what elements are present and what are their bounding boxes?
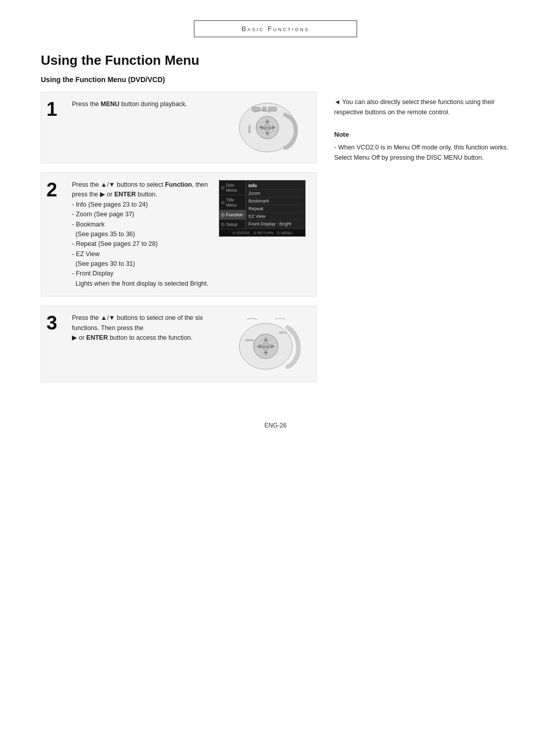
step-1-container: 1 Press the MENU button during playback. xyxy=(41,92,316,163)
disc-icon: ⊙ xyxy=(221,185,225,190)
header-box: Basic Functions xyxy=(194,20,357,37)
menu-item-setup: ⊙ Setup xyxy=(219,220,245,230)
svg-text:MENU: MENU xyxy=(245,339,255,342)
return-label: ⊙ RETURN xyxy=(253,231,273,235)
menu-right-front: Front Display : Bright xyxy=(248,220,303,228)
step-1-image: ENTER MENU xyxy=(214,99,311,156)
menu-item-function: ⊙ Function xyxy=(219,210,245,220)
page-title: Using the Function Menu xyxy=(41,53,510,68)
right-column: ◄ You can also directly select these fun… xyxy=(334,92,510,391)
step-2-number: 2 xyxy=(46,180,66,199)
note-title: Note xyxy=(334,130,510,140)
note-block: Note - When VCD2.0 is in Menu Off mode o… xyxy=(334,130,510,163)
svg-text:ENTER: ENTER xyxy=(263,127,272,130)
svg-text:MENU: MENU xyxy=(248,125,251,133)
menu-screenshot: ⊙ Disc Menu ⊙ Title Menu ⊙ Function xyxy=(219,180,306,237)
menu-bottom-bar: ⊙ ENTER ⊙ RETURN ⊙ MENU xyxy=(219,230,305,236)
menu-sidebar: ⊙ Disc Menu ⊙ Title Menu ⊙ Function xyxy=(219,181,305,230)
menu-right-info: Info xyxy=(248,182,303,190)
menu-item-title: ⊙ Title Menu xyxy=(219,195,245,210)
step-1-text: Press the MENU button during playback. xyxy=(72,99,209,109)
remote-illustration-1: ENTER MENU xyxy=(219,99,306,156)
main-content: 1 Press the MENU button during playback. xyxy=(41,92,510,391)
page-number: ENG-26 xyxy=(41,422,510,429)
step-2-text: Press the ▲/▼ buttons to select Function… xyxy=(72,180,209,289)
step-3-text: Press the ▲/▼ buttons to select one of t… xyxy=(72,313,209,343)
enter-label: ⊙ ENTER xyxy=(232,231,250,235)
step-3-image: MENU INFO ENTER xyxy=(214,313,311,374)
menu-right-ezview: EZ View xyxy=(248,213,303,220)
step-2-container: 2 Press the ▲/▼ buttons to select Functi… xyxy=(41,172,316,296)
setup-icon: ⊙ xyxy=(221,222,225,227)
function-icon: ⊙ xyxy=(221,212,225,217)
menu-left-panel: ⊙ Disc Menu ⊙ Title Menu ⊙ Function xyxy=(219,181,246,230)
svg-rect-3 xyxy=(268,107,277,111)
step-2-image: ⊙ Disc Menu ⊙ Title Menu ⊙ Function xyxy=(214,180,311,237)
menu-right-bookmark: Bookmark xyxy=(248,197,303,205)
menu-label: ⊙ MENU xyxy=(277,231,292,235)
menu-right-zoom: Zoom xyxy=(248,190,303,197)
section-title: Using the Function Menu (DVD/VCD) xyxy=(41,75,510,84)
header-title: Basic Functions xyxy=(241,25,309,33)
remote-illustration-3: MENU INFO ENTER xyxy=(219,313,306,374)
svg-text:ENTER: ENTER xyxy=(262,345,270,348)
menu-right-panel: Info Zoom Bookmark Repeat EZ View Front … xyxy=(246,181,305,230)
step-3-container: 3 Press the ▲/▼ buttons to select one of… xyxy=(41,306,316,382)
step-1-number: 1 xyxy=(46,99,66,119)
menu-item-disc: ⊙ Disc Menu xyxy=(219,181,245,195)
svg-text:INFO: INFO xyxy=(279,331,287,334)
bullet-arrow: ◄ xyxy=(334,98,340,106)
note-text: - When VCD2.0 is in Menu Off mode only, … xyxy=(334,142,510,163)
right-col-bullet: ◄ You can also directly select these fun… xyxy=(334,97,510,117)
step-3-number: 3 xyxy=(46,313,66,333)
title-icon: ⊙ xyxy=(221,200,225,205)
left-column: 1 Press the MENU button during playback. xyxy=(41,92,319,391)
menu-right-repeat: Repeat xyxy=(248,205,303,213)
